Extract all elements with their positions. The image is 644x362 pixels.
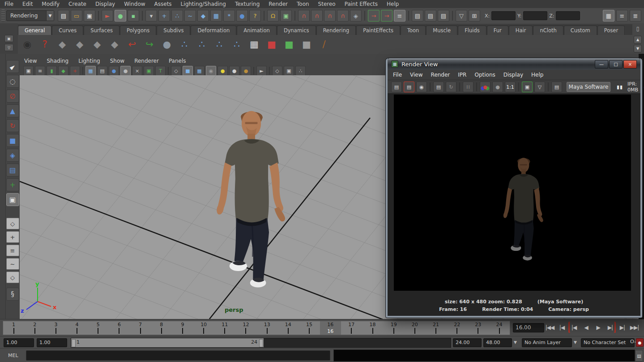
- snap-to-curves-icon[interactable]: ∩: [311, 10, 323, 22]
- safe-title-icon[interactable]: T: [155, 66, 166, 76]
- shelf-tab[interactable]: Curves: [52, 26, 83, 35]
- highlight-selection-icon[interactable]: ▣: [280, 10, 292, 22]
- make-live-icon[interactable]: ◈: [350, 10, 362, 22]
- chevron-down-icon[interactable]: ▼: [574, 340, 577, 345]
- frame-cell[interactable]: 7: [130, 321, 151, 335]
- range-slider[interactable]: 1 24: [71, 338, 264, 347]
- frame-cell[interactable]: 19: [383, 321, 404, 335]
- absolute-transform-icon[interactable]: ⊞: [469, 10, 480, 22]
- frame-cell[interactable]: 4: [67, 321, 88, 335]
- frame-cell[interactable]: 8: [151, 321, 172, 335]
- shelf-tab[interactable]: Deformation: [191, 26, 236, 35]
- ipr-render-icon[interactable]: ▤: [433, 82, 444, 92]
- shelf-tab[interactable]: Hair: [509, 26, 533, 35]
- keep-image-icon[interactable]: ▤: [551, 82, 562, 92]
- frame-cell[interactable]: 18: [362, 321, 383, 335]
- frame-cell[interactable]: 2: [24, 321, 45, 335]
- shelf-tab[interactable]: Animation: [237, 26, 277, 35]
- multi-pane-icon[interactable]: ▣: [284, 66, 294, 76]
- shelf-tab[interactable]: Polygons: [120, 26, 156, 35]
- mask-dynamics-icon[interactable]: *: [223, 10, 235, 22]
- mask-surfaces-icon[interactable]: ◆: [197, 10, 209, 22]
- frame-cell[interactable]: 21: [425, 321, 446, 335]
- z-field[interactable]: [556, 11, 580, 20]
- auto-keyframe-toggle[interactable]: ●: [636, 338, 644, 347]
- ipr-render-icon[interactable]: ▤: [425, 10, 436, 22]
- pause-ipr-icon[interactable]: ▮▮: [617, 84, 623, 90]
- snap-to-points-icon[interactable]: ∩: [324, 10, 336, 22]
- image-plane-icon[interactable]: ◆: [58, 66, 68, 76]
- resolution-gate-icon[interactable]: ●: [109, 66, 119, 76]
- scale-tool[interactable]: ■: [6, 134, 19, 147]
- hypershade-persp-layout-button[interactable]: ◇: [6, 272, 19, 283]
- align-objects-icon[interactable]: ■: [282, 38, 296, 51]
- shelf-tab[interactable]: PaintEffects: [356, 26, 400, 35]
- step-forward-key-button[interactable]: ▶|: [617, 322, 628, 333]
- shelf-tab[interactable]: Fur: [487, 26, 508, 35]
- frame-cell[interactable]: 5: [88, 321, 109, 335]
- mask-dropdown-icon[interactable]: ▾: [145, 10, 157, 22]
- menu-item[interactable]: Lighting/Shading: [176, 0, 230, 8]
- render-view-menu-item[interactable]: IPR: [458, 72, 466, 78]
- tool-settings-icon[interactable]: ≡: [616, 10, 628, 22]
- shelf-tab[interactable]: General: [18, 26, 51, 35]
- frame-cell[interactable]: 9: [172, 321, 193, 335]
- window-title-bar[interactable]: ▦ Render View —□×: [388, 58, 640, 70]
- delete-unused-icon[interactable]: ●: [160, 38, 174, 51]
- redo-icon[interactable]: ↪: [143, 38, 156, 51]
- snap-to-grids-icon[interactable]: ∩: [298, 10, 310, 22]
- toolbar-drag-handle[interactable]: [1, 9, 5, 22]
- rgb-channels-icon[interactable]: ●: [480, 82, 490, 92]
- menu-item[interactable]: Modify: [37, 0, 64, 8]
- frame-cell[interactable]: 24: [489, 321, 510, 335]
- frame-cell[interactable]: 22: [447, 321, 468, 335]
- field-chart-icon[interactable]: ×: [132, 66, 142, 76]
- play-backwards-button[interactable]: ◀: [580, 322, 592, 333]
- frame-cell[interactable]: 16 16: [320, 321, 341, 335]
- light-yellow-icon[interactable]: ●: [218, 66, 228, 76]
- frame-ruler[interactable]: 1 2 3 4: [3, 321, 510, 335]
- character-set-field[interactable]: No Character Set: [581, 338, 635, 347]
- frame-cell[interactable]: 12: [235, 321, 256, 335]
- trash-icon[interactable]: ▯: [634, 25, 641, 32]
- go-to-end-button[interactable]: ▶▶|: [629, 322, 640, 333]
- animation-end-field[interactable]: 48.00: [483, 338, 512, 347]
- frame-cell[interactable]: 14: [277, 321, 299, 335]
- playback-start-field[interactable]: 1.00: [37, 338, 67, 347]
- frame-cell[interactable]: 10: [193, 321, 214, 335]
- show-manipulator-tool[interactable]: +: [6, 178, 19, 191]
- menu-item[interactable]: Stereo: [314, 0, 340, 8]
- y-field[interactable]: [523, 11, 547, 20]
- frame-cell[interactable]: 11: [214, 321, 235, 335]
- shelf-menu-button[interactable]: ▣: [4, 35, 13, 42]
- ik-handle-icon[interactable]: ∴: [195, 38, 209, 51]
- shelf-tab[interactable]: Muscle: [426, 26, 457, 35]
- render-view-menu-item[interactable]: Display: [503, 72, 523, 78]
- shelf-tab[interactable]: Rendering: [316, 26, 356, 35]
- cluster-icon[interactable]: ∴: [230, 38, 243, 51]
- film-gate-icon[interactable]: ▤: [97, 66, 107, 76]
- frame-cell[interactable]: 1: [3, 321, 24, 335]
- mask-misc-icon[interactable]: ?: [249, 10, 261, 22]
- close-button[interactable]: ×: [623, 60, 637, 69]
- menu-set-dropdown[interactable]: Rendering ▼: [6, 10, 54, 21]
- menu-item[interactable]: File: [0, 0, 18, 8]
- shelf-tab-toggle[interactable]: ▽: [4, 44, 13, 51]
- step-forward-frame-button[interactable]: ▶|: [605, 322, 616, 333]
- menu-item[interactable]: Toon: [292, 0, 314, 8]
- frame-cell[interactable]: 3: [45, 321, 66, 335]
- frame-cell[interactable]: 15: [299, 321, 320, 335]
- persp-outliner-layout-button[interactable]: ≡: [6, 245, 19, 256]
- shelf-tab[interactable]: nCloth: [533, 26, 563, 35]
- open-scene-icon[interactable]: ▭: [71, 10, 82, 22]
- redo-previous-render-icon[interactable]: ▤: [404, 82, 414, 92]
- camera-attributes-icon[interactable]: ≡: [35, 66, 45, 76]
- shelf-tab[interactable]: Subdivs: [157, 26, 190, 35]
- menu-item[interactable]: Render: [264, 0, 292, 8]
- menu-item[interactable]: Help: [382, 0, 403, 8]
- paint-brush-icon[interactable]: /: [317, 38, 331, 51]
- playback-end-field[interactable]: 24.00: [453, 338, 482, 347]
- mask-curves-icon[interactable]: ~: [184, 10, 196, 22]
- panel-menu-item[interactable]: Shading: [47, 58, 68, 64]
- render-current-frame-icon[interactable]: ▤: [391, 82, 402, 92]
